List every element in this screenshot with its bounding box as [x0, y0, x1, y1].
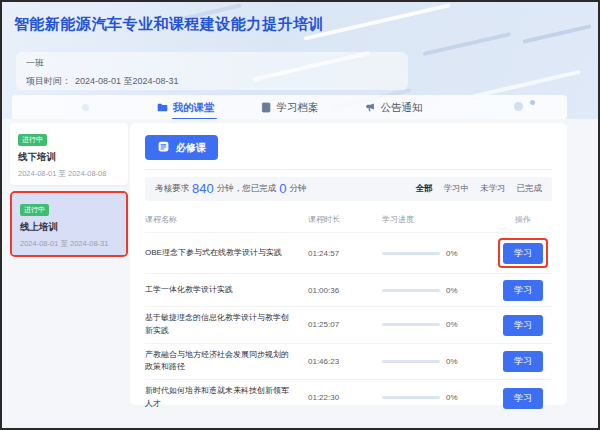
- session-dates: 2024-08-01 至 2024-08-08: [18, 169, 120, 179]
- progress-cell: 0%: [382, 357, 494, 366]
- annotation-rect-study-button: 学习: [498, 238, 548, 268]
- header-course-name: 课程名称: [145, 214, 308, 225]
- decor-streak: [303, 3, 450, 41]
- tab-my-classroom[interactable]: 我的课堂: [157, 101, 215, 115]
- course-name: OBE理念下参与式在线教学设计与实践: [145, 247, 308, 260]
- status-filters: 全部 学习中 未学习 已完成: [416, 183, 543, 195]
- study-button[interactable]: 学习: [503, 280, 543, 301]
- course-name: 基于敏捷理念的信息化教学设计与教学创新实践: [145, 312, 308, 338]
- action-cell: 学习: [494, 387, 552, 409]
- session-dates: 2024-08-01 至 2024-08-31: [20, 239, 118, 249]
- progress-bar: [382, 360, 440, 363]
- project-time-value: 2024-08-01 至2024-08-31: [75, 76, 179, 86]
- progress-label: 0%: [446, 286, 458, 295]
- annotation-rect-selected-session: 进行中 线上培训 2024-08-01 至 2024-08-31: [10, 191, 128, 257]
- progress-cell: 0%: [382, 320, 494, 329]
- course-name: 新时代如何培养和造就未来科技创新领军人才: [145, 385, 308, 411]
- header-banner: 智能新能源汽车专业和课程建设能力提升培训 一班 项目时间：2024-08-01 …: [2, 2, 598, 119]
- tab-label: 公告通知: [381, 101, 423, 115]
- action-cell: 学习: [494, 350, 552, 372]
- decor-dot: [82, 104, 89, 111]
- course-name: 工学一体化教学设计实践: [145, 284, 308, 297]
- progress-bar: [382, 252, 440, 255]
- session-card-offline[interactable]: 进行中 线下培训 2024-08-01 至 2024-08-08: [10, 123, 128, 185]
- tab-label: 我的课堂: [173, 101, 215, 115]
- course-duration: 01:22:30: [308, 393, 382, 402]
- action-cell: 学习: [494, 279, 552, 301]
- action-cell: 学习: [494, 314, 552, 336]
- stats-prefix: 考核要求: [155, 183, 189, 195]
- project-time: 项目时间：2024-08-01 至2024-08-31: [26, 75, 398, 88]
- megaphone-icon: [365, 102, 376, 113]
- clipboard-icon: [157, 140, 170, 155]
- table-row: 工学一体化教学设计实践 01:00:36 0% 学习: [145, 273, 552, 306]
- progress-bar: [382, 396, 440, 399]
- table-header: 课程名称 课程时长 学习进度 操作: [145, 209, 552, 232]
- table-row: 新时代如何培养和造就未来科技创新领军人才 01:22:30 0% 学习: [145, 379, 552, 416]
- completed-minutes: 0: [279, 181, 286, 196]
- study-button[interactable]: 学习: [503, 388, 543, 409]
- course-duration: 01:24:57: [308, 249, 382, 258]
- page-title: 智能新能源汽车专业和课程建设能力提升培训: [14, 15, 324, 34]
- session-card-online[interactable]: 进行中 线上培训 2024-08-01 至 2024-08-31: [12, 193, 126, 255]
- decor-dot: [514, 102, 523, 111]
- active-tab-underline: [172, 118, 217, 120]
- status-badge: 进行中: [18, 134, 47, 146]
- table-row: 基于敏捷理念的信息化教学设计与教学创新实践 01:25:07 0% 学习: [145, 306, 552, 343]
- header-duration: 课程时长: [308, 214, 382, 225]
- study-button[interactable]: 学习: [503, 351, 543, 372]
- decor-streak: [423, 32, 512, 56]
- session-sidebar: 进行中 线下培训 2024-08-01 至 2024-08-08 进行中 线上培…: [10, 123, 128, 257]
- progress-label: 0%: [446, 357, 458, 366]
- course-name: 产教融合与地方经济社会发展同步规划的政策和路径: [145, 349, 308, 375]
- tab-learning-archive[interactable]: 学习档案: [261, 101, 319, 115]
- progress-label: 0%: [446, 249, 458, 258]
- stats-suffix: 分钟: [289, 183, 306, 195]
- progress-cell: 0%: [382, 249, 494, 258]
- table-row: 产教融合与地方经济社会发展同步规划的政策和路径 01:46:23 0% 学习: [145, 343, 552, 380]
- table-row: OBE理念下参与式在线教学设计与实践 01:24:57 0% 学习: [145, 232, 552, 273]
- stats-middle: 分钟，您已完成: [217, 183, 277, 195]
- session-title: 线上培训: [20, 221, 118, 234]
- action-cell: 学习: [494, 238, 552, 268]
- course-table: 课程名称 课程时长 学习进度 操作 OBE理念下参与式在线教学设计与实践 01:…: [145, 209, 552, 416]
- study-button[interactable]: 学习: [503, 243, 543, 264]
- filter-all[interactable]: 全部: [416, 183, 433, 195]
- stats-bar: 考核要求 840 分钟，您已完成 0 分钟 全部 学习中 未学习 已完成: [145, 177, 552, 201]
- status-badge: 进行中: [20, 204, 49, 216]
- study-button[interactable]: 学习: [503, 315, 543, 336]
- header-progress: 学习进度: [382, 214, 494, 225]
- decor-dot: [530, 100, 535, 105]
- header-action: 操作: [494, 214, 552, 225]
- required-minutes: 840: [192, 181, 214, 196]
- decor-streak: [522, 24, 591, 44]
- filter-not-started[interactable]: 未学习: [480, 183, 506, 195]
- progress-cell: 0%: [382, 393, 494, 402]
- folder-icon: [157, 102, 168, 113]
- progress-label: 0%: [446, 393, 458, 402]
- assessment-summary: 考核要求 840 分钟，您已完成 0 分钟: [155, 182, 306, 197]
- course-panel: 必修课 考核要求 840 分钟，您已完成 0 分钟 全部 学习中 未学习 已完成…: [130, 123, 567, 405]
- archive-icon: [261, 102, 272, 113]
- progress-bar: [382, 289, 440, 292]
- course-duration: 01:25:07: [308, 320, 382, 329]
- tab-label: 学习档案: [277, 101, 319, 115]
- progress-bar: [382, 323, 440, 326]
- project-time-label: 项目时间：: [26, 76, 71, 86]
- course-duration: 01:46:23: [308, 357, 382, 366]
- tab-bar: 我的课堂 学习档案 公告通知: [12, 95, 567, 119]
- course-duration: 01:00:36: [308, 286, 382, 295]
- required-courses-label: 必修课: [176, 141, 206, 155]
- class-name: 一班: [26, 57, 398, 70]
- tab-announcements[interactable]: 公告通知: [365, 101, 423, 115]
- filter-completed[interactable]: 已完成: [517, 183, 543, 195]
- filter-in-progress[interactable]: 学习中: [444, 183, 470, 195]
- session-title: 线下培训: [18, 151, 120, 164]
- divider: [145, 169, 552, 170]
- required-courses-button[interactable]: 必修课: [145, 135, 218, 160]
- progress-label: 0%: [446, 320, 458, 329]
- training-portal-window: 智能新能源汽车专业和课程建设能力提升培训 一班 项目时间：2024-08-01 …: [0, 0, 600, 430]
- progress-cell: 0%: [382, 286, 494, 295]
- project-info-card: 一班 项目时间：2024-08-01 至2024-08-31: [16, 52, 408, 90]
